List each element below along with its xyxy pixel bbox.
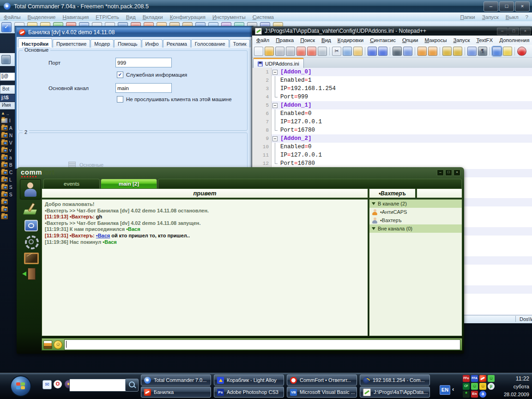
tab-udpaddons-ini[interactable]: UDPAddons.ini bbox=[253, 58, 304, 68]
fold-collapse-icon[interactable] bbox=[272, 136, 278, 141]
fold-margin[interactable] bbox=[272, 109, 278, 118]
paste-icon[interactable] bbox=[353, 47, 363, 56]
print-icon[interactable] bbox=[318, 47, 327, 56]
npp-menu-item[interactable]: Опции bbox=[399, 37, 422, 43]
fold-margin[interactable] bbox=[272, 151, 278, 159]
quick-launch-opera-icon[interactable]: O bbox=[54, 380, 62, 388]
fold-margin[interactable] bbox=[272, 76, 278, 85]
smiley-green-tray-icon[interactable]: ☺ bbox=[488, 375, 495, 382]
tc-menu-item[interactable]: ? bbox=[526, 14, 528, 20]
close-button[interactable]: × bbox=[520, 28, 531, 35]
banilka-tab-инфо[interactable]: Инфо bbox=[142, 39, 163, 48]
banilka-tab-голосование[interactable]: Голосование bbox=[191, 39, 229, 48]
tc-column-header-name[interactable]: Имя bbox=[0, 102, 17, 109]
taskbar-button-tc[interactable]: Total Commander 7.0... bbox=[141, 375, 211, 386]
checkbox-box[interactable]: ✔ bbox=[117, 72, 123, 78]
banilka-tab-модер[interactable]: Модер bbox=[91, 39, 114, 48]
fold-margin[interactable] bbox=[272, 101, 278, 109]
user-group-row[interactable]: В канале (2) bbox=[369, 200, 462, 208]
minimize-button[interactable]: – bbox=[484, 1, 498, 12]
voice-chat-icon[interactable] bbox=[22, 219, 39, 232]
tc-drive-combo[interactable]: [j@ bbox=[0, 73, 17, 81]
tc-menu-item[interactable]: Файлы bbox=[4, 14, 21, 20]
chat-segment-link[interactable]: •Вася bbox=[96, 233, 110, 238]
banilka-tab-приветствие[interactable]: Приветствие bbox=[53, 39, 90, 48]
smiley-yellow-tray-icon[interactable]: ☺ bbox=[479, 383, 486, 390]
tc-menu-item[interactable]: Навигация bbox=[63, 14, 89, 20]
open-folder-icon[interactable] bbox=[265, 47, 274, 56]
save-all-icon[interactable] bbox=[286, 47, 295, 56]
close-button[interactable]: × bbox=[453, 169, 460, 176]
close-button[interactable]: × bbox=[515, 1, 530, 12]
service-info-checkbox[interactable]: ✔ Служебная информация bbox=[117, 72, 187, 78]
npp-titlebar[interactable]: J:\Progs\4aT\AppData_vahter\Config\UDPAd… bbox=[252, 26, 532, 36]
sync-horizontal-icon[interactable] bbox=[453, 47, 462, 56]
tc-menu-item[interactable]: Выкл bbox=[506, 14, 519, 20]
taskbar-button-npp[interactable]: J:\Progs\4aT\AppData... bbox=[360, 387, 430, 398]
tc-menu-item[interactable]: Система bbox=[253, 14, 274, 20]
fold-margin[interactable] bbox=[272, 118, 278, 126]
tc-menu-item[interactable]: FTP/Сеть bbox=[96, 14, 119, 20]
fold-margin[interactable] bbox=[272, 143, 278, 151]
fold-margin[interactable] bbox=[272, 126, 278, 134]
fold-margin[interactable] bbox=[272, 134, 278, 143]
close-doc-icon[interactable] bbox=[296, 47, 306, 56]
replace-icon[interactable] bbox=[403, 47, 412, 56]
npp-menu-item[interactable]: Запуск bbox=[450, 37, 473, 43]
port-input[interactable] bbox=[115, 58, 172, 67]
sync-vertical-icon[interactable] bbox=[442, 47, 452, 56]
ffu-tray-icon[interactable]: FFu bbox=[463, 375, 470, 382]
banilka-tab-настройки[interactable]: Настройки bbox=[18, 38, 52, 48]
cut-icon[interactable]: ✂ bbox=[332, 47, 341, 56]
file-row[interactable]: А bbox=[0, 124, 15, 132]
zoom-in-icon[interactable] bbox=[417, 47, 427, 56]
utorrent-tray-icon[interactable]: µ bbox=[488, 383, 495, 390]
npp-menu-item[interactable]: Файл bbox=[253, 37, 272, 43]
minimize-button[interactable]: – bbox=[437, 169, 444, 176]
channel-tab-main-2-[interactable]: main [2] bbox=[101, 179, 157, 188]
maximize-button[interactable]: □ bbox=[445, 169, 452, 176]
file-row[interactable] bbox=[0, 213, 15, 220]
file-row[interactable]: v bbox=[0, 146, 15, 154]
show-all-chars-icon[interactable]: ¶ bbox=[478, 47, 487, 56]
npp-menu-item[interactable]: Дополнения bbox=[496, 37, 532, 43]
cf-server-tray-icon[interactable]: CF bbox=[463, 383, 470, 390]
taskbar-button-cfb[interactable]: CommFort • Ответит... bbox=[287, 375, 357, 386]
tray-collapse-arrow[interactable]: ‹ bbox=[452, 386, 454, 393]
close-all-icon[interactable] bbox=[307, 47, 316, 56]
no-listen-checkbox[interactable]: Не прослушивать клиента на этой машине bbox=[117, 96, 232, 103]
file-row-updir[interactable]: ▲.. bbox=[0, 109, 15, 117]
language-indicator[interactable]: EN bbox=[440, 385, 450, 395]
ffa-tray-icon[interactable]: FFA bbox=[471, 375, 478, 382]
smiley-picker-icon[interactable]: ☺ bbox=[54, 340, 62, 349]
clock[interactable]: 11:22 субота 28.02.2009 bbox=[496, 375, 529, 399]
taskbar-button-ps[interactable]: PsAdobe Photoshop CS3 bbox=[214, 387, 284, 398]
banilka-tab-топик[interactable]: Топик bbox=[230, 39, 250, 48]
tc-menu-item[interactable]: Папки bbox=[460, 14, 475, 20]
file-row[interactable]: C bbox=[0, 169, 15, 176]
user-row[interactable]: •Вахтеръ bbox=[369, 216, 462, 224]
file-row[interactable]: B bbox=[0, 161, 15, 169]
main-channel-input[interactable] bbox=[115, 83, 172, 93]
user-group-row[interactable]: Вне канала (0) bbox=[369, 224, 462, 233]
redo-icon[interactable] bbox=[378, 47, 387, 56]
word-wrap-icon[interactable] bbox=[467, 47, 477, 56]
user-column-header-2[interactable] bbox=[417, 188, 462, 198]
npp-menu-item[interactable]: Поиск bbox=[297, 37, 318, 43]
commfort-tray-icon[interactable] bbox=[479, 375, 486, 382]
doc-map-icon[interactable] bbox=[492, 47, 502, 56]
fold-margin[interactable] bbox=[272, 85, 278, 93]
minimize-button[interactable]: – bbox=[497, 28, 508, 35]
fold-collapse-icon[interactable] bbox=[272, 70, 278, 75]
user-column-header[interactable]: •Вахтеръ bbox=[369, 188, 416, 198]
fold-collapse-icon[interactable] bbox=[272, 103, 278, 108]
tc-menu-item[interactable]: Вид bbox=[126, 14, 136, 20]
taskbar-button-la[interactable]: Кораблик - Light Alloy bbox=[214, 375, 284, 386]
tc-menu-item[interactable]: Выделение bbox=[28, 14, 56, 20]
banilka-tab-помощь[interactable]: Помощь bbox=[114, 39, 141, 48]
start-button[interactable] bbox=[10, 375, 31, 397]
file-row[interactable]: V bbox=[0, 139, 15, 146]
search-button[interactable] bbox=[125, 379, 139, 392]
channel-tab-events[interactable]: events bbox=[43, 179, 100, 188]
acronis-tray-icon[interactable]: a bbox=[479, 391, 486, 398]
